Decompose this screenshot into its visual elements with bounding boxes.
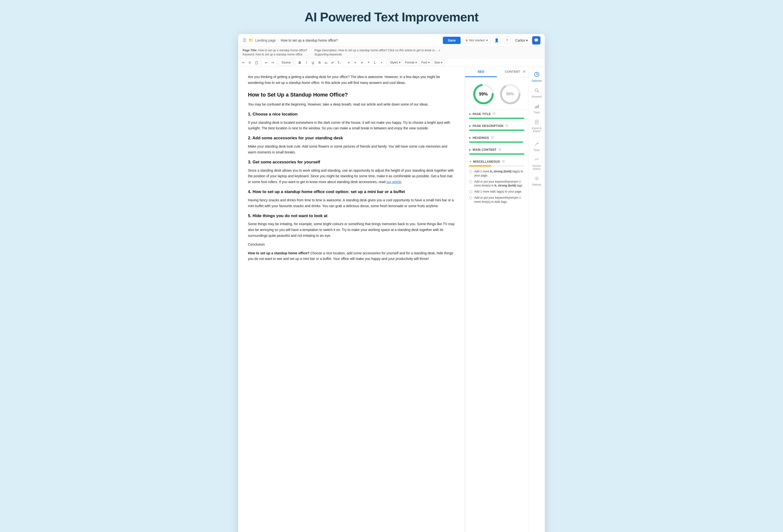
source-button[interactable]: Source (279, 59, 293, 66)
editor-h3-2: 2. Add some accessories for your standin… (248, 135, 455, 142)
svg-rect-7 (535, 107, 536, 108)
blockquote-button[interactable]: ❝ (365, 59, 372, 66)
sidebar-item-tools[interactable]: Tools (530, 139, 543, 154)
seo-tabs: SEO CONTENT ✕ (465, 67, 528, 77)
strikethrough-button[interactable]: S (316, 59, 323, 66)
version-history-icon (534, 157, 539, 163)
align-right-button[interactable]: ≡ (359, 59, 365, 66)
import-export-label: Import & Export (531, 127, 542, 133)
settings-icon (534, 176, 539, 182)
tools-icon (534, 141, 539, 147)
sidebar-item-track[interactable]: Track (530, 101, 543, 116)
seo-panel: SEO CONTENT ✕ 99% (465, 67, 528, 532)
clear-format-button[interactable]: Tₓ (336, 59, 342, 66)
status-label: Not started (469, 38, 485, 42)
editor-h3-4: 4. How to set up a standup home office c… (248, 189, 455, 196)
toolbar-group-clipboard: ✂ ⎘ 📋 (240, 59, 261, 66)
sidebar-item-settings[interactable]: Settings (530, 174, 543, 189)
expand-icon[interactable]: » (439, 48, 440, 52)
status-badge[interactable]: Not started ▾ (463, 37, 491, 43)
main-score: 99% (479, 92, 488, 97)
editor-para1: You may be confused at the beginning. Ho… (248, 102, 455, 107)
misc-radio-4 (469, 196, 472, 199)
secondary-score: 90% (506, 92, 514, 96)
italic-button[interactable]: I (303, 59, 310, 66)
undo-button[interactable]: ↩ (263, 59, 269, 66)
info-icon: ⓘ (499, 148, 501, 152)
save-button[interactable]: Save (443, 37, 461, 44)
paste-button[interactable]: 📋 (253, 59, 260, 66)
misc-item-3: Add 1 more italic tag(s) to your page. (469, 190, 524, 194)
toolbar-group-format-btns: B I U S x₂ x² Tₓ (296, 59, 344, 66)
right-sidebar: Optimize Keyword (528, 67, 545, 532)
size-dropdown[interactable]: Size ▾ (432, 59, 444, 66)
tab-seo[interactable]: SEO (465, 67, 497, 77)
user-profile-icon[interactable]: 👤 (493, 36, 501, 44)
page-title-header[interactable]: ▶ PAGE TITLE ⓘ (469, 112, 524, 116)
page-heading: AI Powered Text Improvement (5, 10, 778, 24)
editor-para6: Some things may be irritating, for examp… (248, 221, 455, 238)
help-icon[interactable]: ? (503, 36, 511, 44)
seo-section-page-desc: ▶ PAGE DESCRIPTION ⓘ (465, 121, 528, 133)
redo-button[interactable]: ↪ (269, 59, 276, 66)
tools-label: Tools (534, 148, 540, 152)
underline-button[interactable]: U (310, 59, 316, 66)
page-desc-value: How to set up a standup home office? Cli… (338, 48, 437, 52)
version-history-label: Version history (531, 164, 542, 170)
page-title-bar-fill (469, 118, 524, 119)
chat-icon[interactable]: 💬 (532, 36, 540, 44)
app-container: ☰ 📁 Landing page / How to set up a stand… (238, 34, 545, 532)
headings-bar-bg (469, 141, 524, 143)
breadcrumb-home[interactable]: Landing page (255, 38, 276, 42)
sidebar-item-import-export[interactable]: Import & Export (530, 117, 543, 135)
cut-button[interactable]: ✂ (240, 59, 247, 66)
keyword-value: how to set up a standup home office (255, 53, 303, 56)
page-title-section-label: PAGE TITLE (473, 112, 491, 116)
sidebar-item-optimize[interactable]: Optimize (530, 69, 543, 85)
info-icon: ⓘ (505, 124, 508, 128)
styles-dropdown[interactable]: Styles ▾ (388, 59, 403, 66)
sidebar-item-version-history[interactable]: Version history (530, 155, 543, 173)
sidebar-item-keyword[interactable]: Keyword (530, 86, 543, 100)
main-content-bar-fill (469, 154, 524, 155)
top-bar: ☰ 📁 Landing page / How to set up a stand… (238, 34, 545, 47)
editor-toolbar: ✂ ⎘ 📋 ↩ ↪ Source B I U S x₂ x² Tₓ ≡ ≡ ≡ … (238, 58, 545, 67)
menu-icon[interactable]: ☰ (243, 38, 247, 43)
main-content-header[interactable]: ▶ MAIN CONTENT ⓘ (469, 148, 524, 152)
editor-para5: Having fancy snacks and drinks from time… (248, 197, 455, 209)
format-dropdown[interactable]: Format ▾ (403, 59, 419, 66)
bold-button[interactable]: B (296, 59, 303, 66)
import-export-icon (534, 120, 539, 126)
font-dropdown[interactable]: Font ▾ (419, 59, 432, 66)
align-left-button[interactable]: ≡ (346, 59, 352, 66)
headings-header[interactable]: ▶ HEADINGS ⓘ (469, 136, 524, 139)
supporting-label: Supporting keywords: (314, 53, 440, 56)
editor-area[interactable]: Are you thinking of getting a getting a … (238, 67, 465, 532)
misc-item-1: Add 1 more b, strong (bold) tag(s) to yo… (469, 169, 524, 178)
superscript-button[interactable]: x² (330, 59, 336, 66)
our-article-link[interactable]: our article (386, 180, 401, 184)
misc-header[interactable]: ▼ MISCELLANEOUS ⓘ (469, 160, 524, 163)
optimize-label: Optimize (532, 79, 542, 82)
page-title-label: Page Title: How to set up a standup home… (243, 48, 307, 52)
subscript-button[interactable]: x₂ (323, 59, 329, 66)
top-bar-right: Save Not started ▾ 👤 ? Carlos ▾ 💬 (443, 36, 540, 44)
user-menu[interactable]: Carlos ▾ (513, 37, 530, 43)
page-desc-header[interactable]: ▶ PAGE DESCRIPTION ⓘ (469, 124, 524, 128)
copy-button[interactable]: ⎘ (247, 59, 253, 66)
seo-section-main-content: ▶ MAIN CONTENT ⓘ (465, 145, 528, 157)
page-desc-section-label: PAGE DESCRIPTION (473, 124, 503, 128)
ol-button[interactable]: 1. (372, 59, 378, 66)
secondary-gauge: 90% (499, 83, 521, 105)
page-title-bar-bg (469, 118, 524, 119)
main-area: Are you thinking of getting a getting a … (238, 67, 545, 532)
toolbar-group-history: ↩ ↪ (263, 59, 277, 66)
page-title-meta: Page Title: How to set up a standup home… (243, 48, 307, 56)
top-bar-left: ☰ 📁 Landing page / How to set up a stand… (243, 38, 440, 43)
seo-panel-close[interactable]: ✕ (523, 69, 526, 74)
align-center-button[interactable]: ≡ (352, 59, 358, 66)
ul-button[interactable]: • (378, 59, 385, 66)
chevron-icon: ▶ (469, 125, 471, 127)
headings-bar-fill (469, 141, 523, 143)
editor-h3-1: 1. Choose a nice location (248, 111, 455, 118)
